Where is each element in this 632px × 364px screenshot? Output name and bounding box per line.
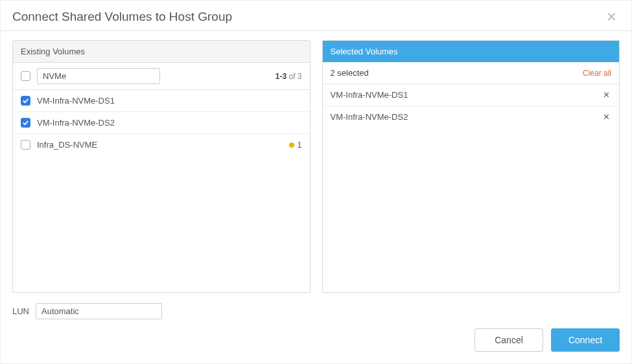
selected-volumes-header: Selected Volumes bbox=[323, 41, 620, 62]
remove-icon[interactable]: ✕ bbox=[602, 113, 611, 121]
lun-row: LUN bbox=[1, 299, 631, 319]
list-item: VM-Infra-NVMe-DS1 ✕ bbox=[323, 84, 620, 106]
clear-all-link[interactable]: Clear all bbox=[583, 69, 611, 78]
dialog-header: Connect Shared Volumes to Host Group ✕ bbox=[1, 1, 631, 31]
volume-name: VM-Infra-NVMe-DS1 bbox=[331, 90, 408, 100]
list-item[interactable]: VM-Infra-NVMe-DS2 bbox=[13, 112, 310, 134]
volume-name: VM-Infra-NVMe-DS2 bbox=[331, 112, 408, 122]
connect-button[interactable]: Connect bbox=[551, 328, 620, 352]
remove-icon[interactable]: ✕ bbox=[602, 91, 611, 99]
cancel-button[interactable]: Cancel bbox=[474, 328, 543, 352]
dialog-title: Connect Shared Volumes to Host Group bbox=[12, 10, 232, 24]
close-icon[interactable]: ✕ bbox=[603, 10, 620, 23]
connection-badge: 1 bbox=[285, 141, 302, 150]
existing-volumes-header: Existing Volumes bbox=[13, 41, 310, 63]
selected-count: 2 selected bbox=[331, 68, 369, 78]
existing-volumes-panel: Existing Volumes 1-3 of 3 VM-Infra-NVMe-… bbox=[12, 40, 310, 293]
connect-volumes-dialog: Connect Shared Volumes to Host Group ✕ E… bbox=[0, 0, 632, 364]
row-checkbox[interactable] bbox=[21, 118, 30, 128]
search-input[interactable] bbox=[37, 68, 160, 84]
selected-volumes-panel: Selected Volumes 2 selected Clear all VM… bbox=[322, 40, 620, 293]
list-item[interactable]: VM-Infra-NVMe-DS1 bbox=[13, 90, 310, 112]
selected-summary-row: 2 selected Clear all bbox=[323, 62, 620, 84]
dialog-footer: Cancel Connect bbox=[1, 319, 631, 363]
volume-name: Infra_DS-NVME bbox=[37, 140, 97, 150]
lun-input[interactable] bbox=[36, 303, 162, 319]
volume-name: VM-Infra-NVMe-DS1 bbox=[37, 96, 115, 106]
row-checkbox[interactable] bbox=[21, 140, 30, 150]
warning-dot-icon bbox=[289, 142, 294, 148]
volume-name: VM-Infra-NVMe-DS2 bbox=[37, 118, 115, 128]
select-all-checkbox[interactable] bbox=[21, 71, 30, 81]
selected-list: VM-Infra-NVMe-DS1 ✕ VM-Infra-NVMe-DS2 ✕ bbox=[323, 84, 620, 292]
existing-list: VM-Infra-NVMe-DS1 VM-Infra-NVMe-DS2 Infr… bbox=[13, 90, 310, 292]
list-item[interactable]: Infra_DS-NVME 1 bbox=[13, 134, 310, 155]
existing-filter-row: 1-3 of 3 bbox=[13, 63, 310, 90]
list-item: VM-Infra-NVMe-DS2 ✕ bbox=[323, 106, 620, 128]
row-checkbox[interactable] bbox=[21, 96, 30, 106]
dialog-body: Existing Volumes 1-3 of 3 VM-Infra-NVMe-… bbox=[1, 31, 631, 299]
result-count: 1-3 of 3 bbox=[275, 72, 302, 81]
lun-label: LUN bbox=[12, 306, 29, 316]
